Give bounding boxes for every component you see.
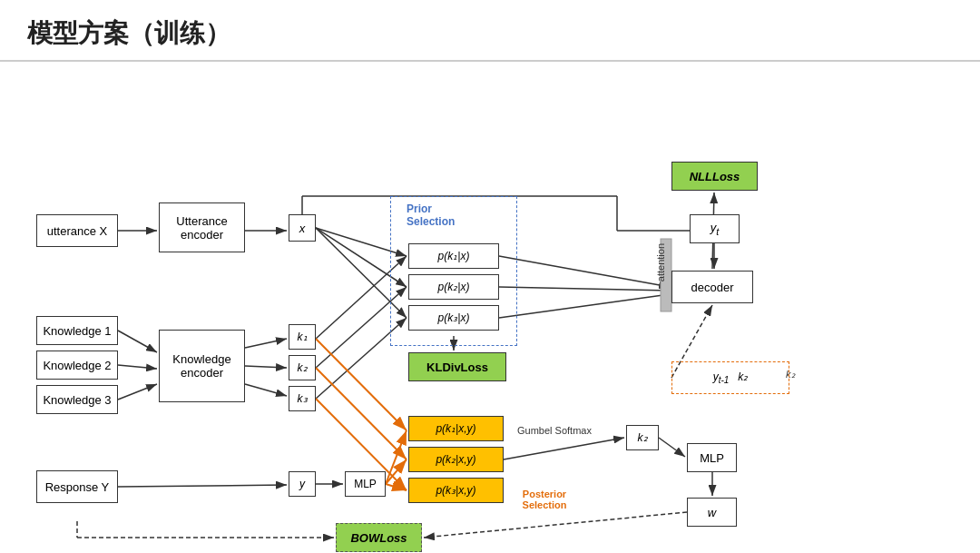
gumbel-label: Gumbel Softmax (517, 425, 592, 436)
decoder-label: decoder (691, 281, 734, 294)
x-node-box: x (289, 214, 316, 242)
mlp-right-box: MLP (687, 443, 737, 472)
pk1x-box: p(k₁|x) (408, 243, 499, 269)
pk1xy-box: p(k₁|x,y) (408, 416, 504, 441)
yt-label: yt (710, 221, 720, 237)
utterance-x-label: utterance X (47, 224, 108, 238)
posterior-label: Posterior Selection (508, 489, 581, 510)
prior-selection-label: PriorSelection (407, 202, 455, 228)
yt1-k2-label: yt-1 k₂ (713, 370, 749, 385)
knowledge1-label: Knowledge 1 (43, 324, 111, 338)
knowledge3-box: Knowledge 3 (36, 385, 118, 414)
attention-label: attention (655, 243, 666, 281)
pk1x-label: p(k₁|x) (438, 250, 470, 262)
pk3xy-box: p(k₃|x,y) (408, 478, 504, 503)
knowledge-encoder-label: Knowledgeencoder (172, 352, 230, 380)
pk3xy-label: p(k₃|x,y) (436, 484, 475, 497)
pk3x-box: p(k₃|x) (408, 305, 499, 331)
mlp-bottom-label: MLP (354, 478, 377, 490)
k1-node-box: k₁ (289, 324, 316, 350)
k3-label: k₃ (298, 392, 308, 405)
pk2xy-label: p(k₂|x,y) (436, 453, 475, 466)
svg-line-30 (424, 512, 687, 538)
kldivloss-label: KLDivLoss (426, 360, 488, 374)
pk3x-label: p(k₃|x) (438, 311, 470, 324)
pk2x-label: p(k₂|x) (438, 281, 470, 293)
k2-node-box: k₂ (289, 355, 316, 380)
k2-gumbel-box: k₂ (626, 425, 659, 450)
utterance-encoder-label: Utteranceencoder (176, 214, 227, 242)
svg-line-27 (504, 438, 624, 459)
yt-box: yt (690, 214, 740, 243)
yt1-k2-box: yt-1 k₂ (671, 361, 789, 394)
k1-label: k₁ (298, 331, 308, 343)
utterance-encoder-box: Utteranceencoder (159, 202, 245, 252)
svg-line-28 (659, 438, 685, 457)
k2-gumbel-label: k₂ (638, 431, 648, 444)
page-title: 模型方案（训练） (27, 19, 230, 47)
response-y-label: Response Y (45, 480, 110, 494)
knowledge2-box: Knowledge 2 (36, 351, 118, 380)
y-node-label: y (299, 478, 305, 490)
kldivloss-box: KLDivLoss (408, 352, 506, 381)
response-y-box: Response Y (36, 470, 118, 503)
x-node-label: x (299, 222, 306, 235)
bowloss-box: BOWLoss (336, 523, 422, 552)
svg-line-7 (118, 365, 157, 369)
knowledge2-label: Knowledge 2 (43, 359, 111, 372)
knowledge3-label: Knowledge 3 (43, 393, 111, 407)
svg-line-35 (499, 256, 670, 287)
nllloss-label: NLLLoss (690, 170, 740, 183)
diagram-area: k₂ utterance X Utteranceencoder x Knowle… (0, 62, 980, 553)
utterance-x-box: utterance X (36, 214, 118, 247)
decoder-box: decoder (671, 271, 753, 303)
svg-line-8 (118, 384, 157, 400)
nllloss-box: NLLLoss (671, 162, 758, 191)
pk2x-box: p(k₂|x) (408, 274, 499, 300)
title-bar: 模型方案（训练） (0, 0, 980, 62)
svg-line-21 (316, 339, 407, 430)
mlp-bottom-box: MLP (345, 471, 386, 497)
pk1xy-label: p(k₁|x,y) (436, 422, 475, 435)
y-node-box: y (289, 471, 316, 497)
pk2xy-box: p(k₂|x,y) (408, 447, 504, 472)
svg-line-9 (245, 339, 287, 348)
svg-line-12 (118, 485, 287, 487)
knowledge-encoder-box: Knowledgeencoder (159, 330, 245, 402)
k2-label: k₂ (298, 361, 308, 374)
page-container: 模型方案（训练） (0, 0, 980, 553)
svg-line-36 (499, 287, 670, 291)
bowloss-label: BOWLoss (350, 531, 407, 545)
w-label: w (708, 506, 716, 519)
svg-line-6 (118, 331, 157, 352)
w-box: w (687, 498, 737, 527)
svg-line-10 (245, 366, 287, 368)
k3-node-box: k₃ (289, 386, 316, 411)
svg-line-11 (245, 384, 287, 396)
knowledge1-box: Knowledge 1 (36, 316, 118, 345)
mlp-right-label: MLP (700, 451, 724, 465)
svg-line-37 (499, 294, 670, 318)
